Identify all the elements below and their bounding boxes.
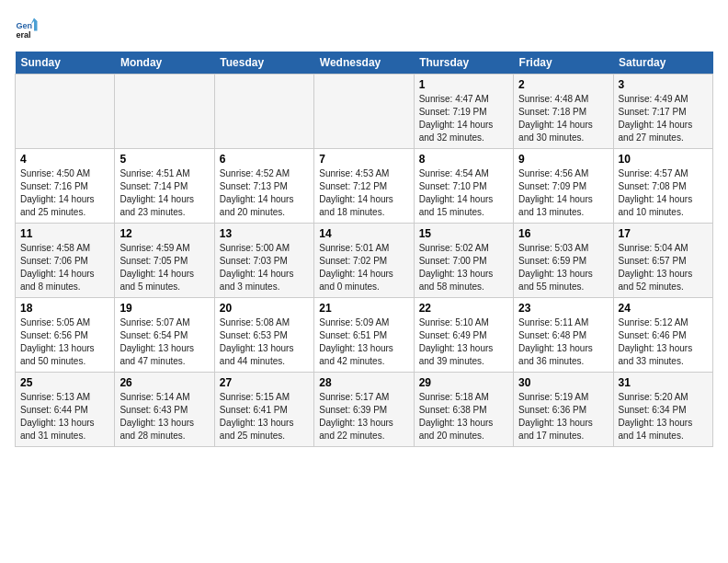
calendar-cell: 5Sunrise: 4:51 AM Sunset: 7:14 PM Daylig… [115,149,214,224]
calendar-cell: 22Sunrise: 5:10 AM Sunset: 6:49 PM Dayli… [414,298,513,373]
day-number: 7 [319,153,408,166]
day-number: 14 [319,227,408,240]
day-info: Sunrise: 5:15 AM Sunset: 6:41 PM Dayligh… [220,391,309,442]
day-number: 17 [619,227,708,240]
day-info: Sunrise: 4:56 AM Sunset: 7:09 PM Dayligh… [518,167,608,219]
calendar-week-row: 11Sunrise: 4:58 AM Sunset: 7:06 PM Dayli… [16,224,713,298]
calendar-cell [214,75,313,149]
day-number: 31 [619,376,708,389]
day-of-week-header: Friday [514,52,613,75]
day-of-week-header: Monday [115,52,214,75]
day-info: Sunrise: 5:20 AM Sunset: 6:34 PM Dayligh… [619,391,708,442]
calendar-cell: 10Sunrise: 4:57 AM Sunset: 7:08 PM Dayli… [613,149,712,224]
calendar-cell: 23Sunrise: 5:11 AM Sunset: 6:48 PM Dayli… [514,298,613,373]
day-number: 10 [619,153,708,166]
day-number: 30 [518,376,608,389]
calendar-cell: 9Sunrise: 4:56 AM Sunset: 7:09 PM Daylig… [514,149,613,224]
calendar-cell: 14Sunrise: 5:01 AM Sunset: 7:02 PM Dayli… [314,224,414,298]
day-info: Sunrise: 4:53 AM Sunset: 7:12 PM Dayligh… [319,167,408,219]
calendar-cell [16,75,115,149]
day-of-week-header: Thursday [414,52,513,75]
day-info: Sunrise: 5:08 AM Sunset: 6:53 PM Dayligh… [220,316,309,368]
calendar-cell: 29Sunrise: 5:18 AM Sunset: 6:38 PM Dayli… [414,373,513,447]
day-number: 18 [20,302,109,315]
day-number: 27 [220,376,309,389]
calendar-cell: 15Sunrise: 5:02 AM Sunset: 7:00 PM Dayli… [414,224,513,298]
day-info: Sunrise: 4:50 AM Sunset: 7:16 PM Dayligh… [20,167,109,219]
day-number: 6 [220,153,309,166]
calendar-cell: 13Sunrise: 5:00 AM Sunset: 7:03 PM Dayli… [214,224,313,298]
calendar-table: SundayMondayTuesdayWednesdayThursdayFrid… [15,52,713,447]
header-row: SundayMondayTuesdayWednesdayThursdayFrid… [16,52,713,75]
day-number: 24 [619,302,708,315]
day-info: Sunrise: 5:13 AM Sunset: 6:44 PM Dayligh… [20,391,109,442]
day-info: Sunrise: 5:01 AM Sunset: 7:02 PM Dayligh… [319,242,408,293]
day-of-week-header: Tuesday [214,52,313,75]
day-info: Sunrise: 4:58 AM Sunset: 7:06 PM Dayligh… [20,242,109,293]
calendar-cell: 17Sunrise: 5:04 AM Sunset: 6:57 PM Dayli… [613,224,712,298]
calendar-cell: 20Sunrise: 5:08 AM Sunset: 6:53 PM Dayli… [214,298,313,373]
day-info: Sunrise: 5:11 AM Sunset: 6:48 PM Dayligh… [518,316,608,368]
calendar-cell [314,75,414,149]
day-number: 5 [119,153,209,166]
day-info: Sunrise: 5:05 AM Sunset: 6:56 PM Dayligh… [20,316,109,368]
day-info: Sunrise: 4:47 AM Sunset: 7:19 PM Dayligh… [419,93,508,144]
calendar-cell [115,75,214,149]
day-number: 1 [419,78,508,91]
day-info: Sunrise: 4:51 AM Sunset: 7:14 PM Dayligh… [119,167,209,219]
calendar-cell: 4Sunrise: 4:50 AM Sunset: 7:16 PM Daylig… [16,149,115,224]
day-info: Sunrise: 5:09 AM Sunset: 6:51 PM Dayligh… [319,316,408,368]
calendar-cell: 1Sunrise: 4:47 AM Sunset: 7:19 PM Daylig… [414,75,513,149]
day-number: 4 [20,153,109,166]
day-number: 13 [220,227,309,240]
day-number: 15 [419,227,508,240]
calendar-cell: 7Sunrise: 4:53 AM Sunset: 7:12 PM Daylig… [314,149,414,224]
calendar-week-row: 4Sunrise: 4:50 AM Sunset: 7:16 PM Daylig… [16,149,713,224]
calendar-cell: 25Sunrise: 5:13 AM Sunset: 6:44 PM Dayli… [16,373,115,447]
page-header: Gen eral [15,15,713,40]
day-info: Sunrise: 5:19 AM Sunset: 6:36 PM Dayligh… [518,391,608,442]
calendar-cell: 18Sunrise: 5:05 AM Sunset: 6:56 PM Dayli… [16,298,115,373]
day-number: 3 [619,78,708,91]
day-info: Sunrise: 5:07 AM Sunset: 6:54 PM Dayligh… [119,316,209,368]
day-number: 20 [220,302,309,315]
day-number: 2 [518,78,608,91]
day-number: 26 [119,376,209,389]
day-number: 9 [518,153,608,166]
calendar-cell: 31Sunrise: 5:20 AM Sunset: 6:34 PM Dayli… [613,373,712,447]
day-info: Sunrise: 4:49 AM Sunset: 7:17 PM Dayligh… [619,93,708,144]
day-number: 16 [518,227,608,240]
day-info: Sunrise: 5:12 AM Sunset: 6:46 PM Dayligh… [619,316,708,368]
day-info: Sunrise: 4:48 AM Sunset: 7:18 PM Dayligh… [518,93,608,144]
day-of-week-header: Saturday [613,52,712,75]
calendar-cell: 27Sunrise: 5:15 AM Sunset: 6:41 PM Dayli… [214,373,313,447]
day-number: 21 [319,302,408,315]
calendar-cell: 30Sunrise: 5:19 AM Sunset: 6:36 PM Dayli… [514,373,613,447]
calendar-cell: 19Sunrise: 5:07 AM Sunset: 6:54 PM Dayli… [115,298,214,373]
calendar-week-row: 25Sunrise: 5:13 AM Sunset: 6:44 PM Dayli… [16,373,713,447]
day-number: 22 [419,302,508,315]
day-of-week-header: Wednesday [314,52,414,75]
day-number: 11 [20,227,109,240]
calendar-cell: 21Sunrise: 5:09 AM Sunset: 6:51 PM Dayli… [314,298,414,373]
calendar-cell: 28Sunrise: 5:17 AM Sunset: 6:39 PM Dayli… [314,373,414,447]
calendar-cell: 16Sunrise: 5:03 AM Sunset: 6:59 PM Dayli… [514,224,613,298]
day-info: Sunrise: 4:54 AM Sunset: 7:10 PM Dayligh… [419,167,508,219]
logo: Gen eral [15,15,44,40]
day-number: 28 [319,376,408,389]
day-info: Sunrise: 5:03 AM Sunset: 6:59 PM Dayligh… [518,242,608,293]
day-info: Sunrise: 4:52 AM Sunset: 7:13 PM Dayligh… [220,167,309,219]
calendar-cell: 2Sunrise: 4:48 AM Sunset: 7:18 PM Daylig… [514,75,613,149]
day-info: Sunrise: 4:59 AM Sunset: 7:05 PM Dayligh… [119,242,209,293]
calendar-cell: 26Sunrise: 5:14 AM Sunset: 6:43 PM Dayli… [115,373,214,447]
calendar-cell: 3Sunrise: 4:49 AM Sunset: 7:17 PM Daylig… [613,75,712,149]
calendar-week-row: 18Sunrise: 5:05 AM Sunset: 6:56 PM Dayli… [16,298,713,373]
day-of-week-header: Sunday [16,52,115,75]
day-info: Sunrise: 4:57 AM Sunset: 7:08 PM Dayligh… [619,167,708,219]
day-info: Sunrise: 5:10 AM Sunset: 6:49 PM Dayligh… [419,316,508,368]
day-info: Sunrise: 5:17 AM Sunset: 6:39 PM Dayligh… [319,391,408,442]
day-number: 23 [518,302,608,315]
calendar-week-row: 1Sunrise: 4:47 AM Sunset: 7:19 PM Daylig… [16,75,713,149]
calendar-cell: 24Sunrise: 5:12 AM Sunset: 6:46 PM Dayli… [613,298,712,373]
svg-text:eral: eral [16,30,30,40]
